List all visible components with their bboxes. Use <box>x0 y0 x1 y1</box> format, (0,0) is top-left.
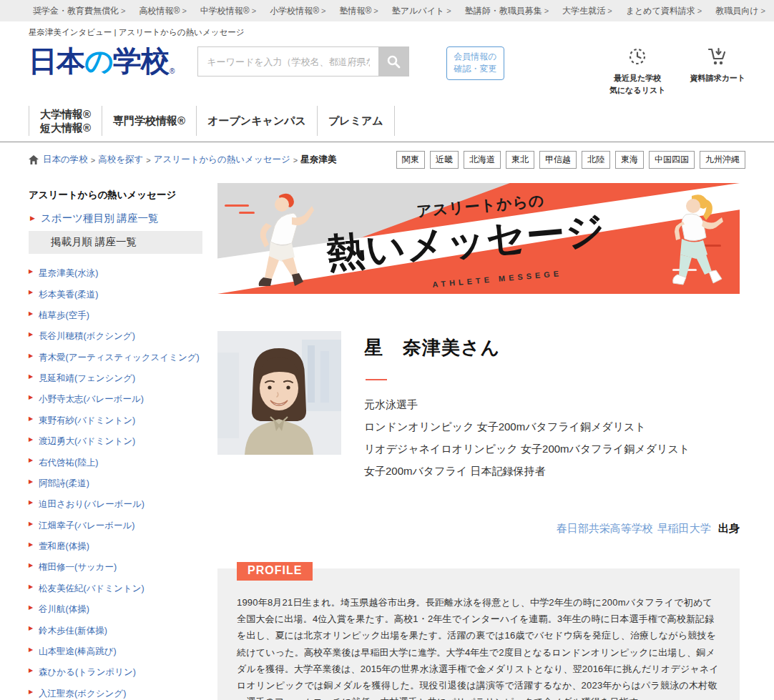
search-input[interactable] <box>198 47 378 76</box>
top-utility-bar: 奨学金・教育費無償化高校情報®中学校情報®小学校情報®塾情報®塾アルバイト塾講師… <box>0 0 774 21</box>
athlete-link[interactable]: 東野有紗(バドミントン) <box>39 415 135 425</box>
region-button[interactable]: 東海 <box>615 151 644 169</box>
athlete-name: 星 奈津美さん <box>364 335 690 360</box>
athlete-list-item: 入江聖奈(ボクシング) <box>29 683 202 700</box>
athlete-link[interactable]: 植草歩(空手) <box>39 310 89 320</box>
breadcrumb-row: 日本の学校 > 高校を探す > アスリートからの熱いメッセージ > 星奈津美 > <box>0 142 774 176</box>
athlete-list-item: 鈴木歩佳(新体操) <box>29 619 202 640</box>
athlete-list-item: 江畑幸子(バレーボール) <box>29 515 202 536</box>
region-button[interactable]: 北陸 <box>582 151 610 169</box>
athlete-link[interactable]: 江畑幸子(バレーボール) <box>39 521 135 531</box>
athlete-photo <box>217 331 341 455</box>
athlete-link[interactable]: 右代啓祐(陸上) <box>39 458 98 468</box>
nav-tab[interactable]: 専門学校情報® <box>102 106 196 136</box>
profile-badge: PROFILE <box>237 562 313 581</box>
athlete-list-item: 植草歩(空手) <box>29 305 202 325</box>
header-right: 最近見た学校 気になるリスト 資料請求カート <box>609 45 745 96</box>
sidebar-link-sport-list[interactable]: スポーツ種目別 講座一覧 <box>29 212 202 225</box>
athlete-link[interactable]: 星奈津美(水泳) <box>39 268 98 278</box>
athlete-title-line: リオデジャネイロオリンピック 女子200mバタフライ銅メダリスト <box>364 438 690 460</box>
sidebar: アスリートからの熱いメッセージ スポーツ種目別 講座一覧 掲載月順 講座一覧 星… <box>29 183 202 700</box>
athlete-list-item: 見延和靖(フェンシング) <box>29 368 202 388</box>
athlete-link[interactable]: 谷川航(体操) <box>39 604 89 614</box>
breadcrumb: 日本の学校 > 高校を探す > アスリートからの熱いメッセージ > 星奈津美 > <box>29 154 336 166</box>
athlete-link[interactable]: 小野寺太志(バレーボール) <box>39 394 144 404</box>
region-button[interactable]: 関東 <box>396 151 425 169</box>
region-button[interactable]: 甲信越 <box>539 151 577 169</box>
athlete-link[interactable]: 鈴木歩佳(新体操) <box>39 626 107 636</box>
site-logo[interactable]: 日本の学校® <box>29 46 175 75</box>
athlete-list-item: 長谷川穂積(ボクシング) <box>29 325 202 346</box>
athlete-link[interactable]: 森ひかる(トランポリン) <box>39 667 136 677</box>
athlete-list-item: 星奈津美(水泳) <box>29 262 202 283</box>
nav-tab[interactable]: プレミアム <box>317 106 395 136</box>
athlete-list-item: 渡辺勇大(バドミントン) <box>29 430 202 451</box>
athlete-link[interactable]: 山本聖途(棒高跳び) <box>39 646 117 656</box>
athlete-title-line: 女子200mバタフライ 日本記録保持者 <box>364 460 690 482</box>
sidebar-link-month-list-active[interactable]: 掲載月順 講座一覧 <box>29 231 202 254</box>
athlete-link[interactable]: 杉本美香(柔道) <box>39 290 98 300</box>
top-bar-link[interactable]: 中学校情報® <box>200 5 256 17</box>
request-cart-button[interactable]: 資料請求カート <box>690 46 745 84</box>
top-bar-link[interactable]: 高校情報® <box>139 5 186 17</box>
region-button[interactable]: 東北 <box>506 151 534 169</box>
site-header: 日本の学校® 会員情報の 確認・変更 最近見た学校 気になるリスト <box>0 39 774 99</box>
recent-clock-icon <box>627 46 647 69</box>
sidebar-title: アスリートからの熱いメッセージ <box>29 189 202 202</box>
member-info-button[interactable]: 会員情報の 確認・変更 <box>446 46 504 80</box>
top-bar-link[interactable]: 塾アルバイト <box>392 5 451 17</box>
nav-tab[interactable]: 大学情報® 短大情報® <box>29 106 102 136</box>
athlete-link[interactable]: 渡辺勇大(バドミントン) <box>39 436 135 446</box>
athlete-list-item: 山本聖途(棒高跳び) <box>29 641 202 661</box>
top-bar-link[interactable]: 小学校情報® <box>270 5 325 17</box>
athlete-link[interactable]: 迫田さおり(バレーボール) <box>39 499 144 509</box>
athlete-title-line: 元水泳選手 <box>364 393 690 415</box>
home-icon[interactable] <box>29 155 39 164</box>
athlete-link[interactable]: 入江聖奈(ボクシング) <box>39 689 126 699</box>
orange-rule <box>366 379 387 380</box>
profile-header: 星 奈津美さん 元水泳選手ロンドンオリンピック 女子200mバタフライ銅メダリス… <box>217 331 740 482</box>
nav-tab[interactable]: オープンキャンパス <box>196 106 317 136</box>
athlete-list-item: 権田修一(サッカー) <box>29 556 202 577</box>
region-button[interactable]: 北海道 <box>464 151 501 169</box>
main-nav: 大学情報® 短大情報® 専門学校情報® オープンキャンパス プレミアム <box>29 106 745 136</box>
athlete-link[interactable]: 見延和靖(フェンシング) <box>39 373 135 383</box>
main-area: アスリートからの 熱いメッセージ ATHLETE MESSEGE <box>217 183 740 700</box>
search-button[interactable] <box>378 47 408 76</box>
top-bar-link[interactable]: 奨学金・教育費無償化 <box>33 5 125 17</box>
region-button[interactable]: 中国四国 <box>649 151 695 169</box>
search-bar <box>197 46 409 77</box>
athlete-list: 星奈津美(水泳) 杉本美香(柔道) 植草歩(空手) 長谷川穂積(ボクシング) 青… <box>29 262 202 700</box>
breadcrumb-item: 日本の学校 > <box>43 154 98 166</box>
athlete-link[interactable]: 権田修一(サッカー) <box>39 562 117 572</box>
logo-text: 日本 <box>29 46 84 75</box>
profile-info: 星 奈津美さん 元水泳選手ロンドンオリンピック 女子200mバタフライ銅メダリス… <box>364 331 690 482</box>
school-suffix: 出身 <box>718 522 740 534</box>
region-button[interactable]: 九州沖縄 <box>700 151 745 169</box>
top-bar-link[interactable]: 塾講師・教職員募集 <box>465 5 549 17</box>
top-bar-link[interactable]: 教職員向け <box>715 5 765 17</box>
top-bar-link[interactable]: まとめて資料請求 <box>626 5 702 17</box>
top-bar-link[interactable]: 大学生就活 <box>562 5 612 17</box>
athlete-list-item: 森ひかる(トランポリン) <box>29 661 202 682</box>
content: アスリートからの熱いメッセージ スポーツ種目別 講座一覧 掲載月順 講座一覧 星… <box>0 176 774 700</box>
breadcrumb-item: アスリートからの熱いメッセージ > <box>154 154 300 166</box>
region-button[interactable]: 近畿 <box>430 151 459 169</box>
athlete-list-item: 迫田さおり(バレーボール) <box>29 493 202 514</box>
athlete-link[interactable]: 松友美佐紀(バドミントン) <box>39 583 144 593</box>
athlete-title-line: ロンドンオリンピック 女子200mバタフライ銅メダリスト <box>364 415 690 438</box>
athlete-message-banner: アスリートからの 熱いメッセージ ATHLETE MESSEGE <box>217 183 740 294</box>
athlete-link[interactable]: 青木愛(アーティスティックスイミング) <box>39 353 200 363</box>
banner-line3: ATHLETE MESSEGE <box>432 269 563 289</box>
profile-bio: 1990年8月21日生まれ。埼玉県越谷市出身。長距離水泳を得意とし、中学2年生の… <box>237 594 720 700</box>
school-link[interactable]: 春日部共栄高等学校 <box>557 522 653 534</box>
athlete-list-item: 小野寺太志(バレーボール) <box>29 388 202 409</box>
athlete-link[interactable]: 萱和磨(体操) <box>39 541 89 551</box>
search-icon <box>386 54 401 69</box>
athlete-link[interactable]: 阿部詩(柔道) <box>39 478 89 488</box>
top-bar-link[interactable]: 塾情報® <box>339 5 378 17</box>
school-link[interactable]: 早稲田大学 <box>657 522 711 534</box>
athlete-link[interactable]: 長谷川穂積(ボクシング) <box>39 331 135 341</box>
recent-schools-button[interactable]: 最近見た学校 気になるリスト <box>609 46 666 96</box>
athlete-list-item: 青木愛(アーティスティックスイミング) <box>29 347 202 368</box>
